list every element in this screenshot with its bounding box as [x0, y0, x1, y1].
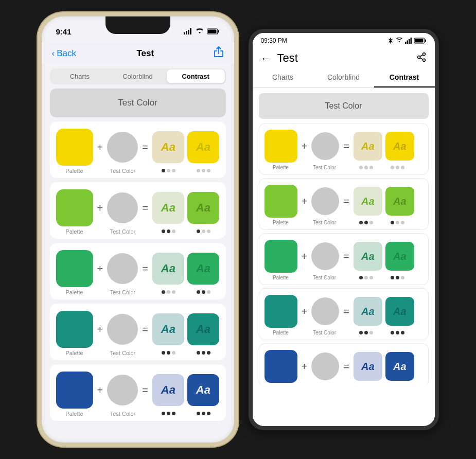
test-color-label: Test Color — [108, 289, 138, 295]
dot-indicator — [364, 221, 368, 224]
android-dots-1 — [352, 165, 381, 170]
svg-rect-0 — [184, 32, 185, 34]
dot-indicator — [162, 290, 165, 294]
android-partial-plus: + — [302, 361, 308, 373]
android-tab-colorblind[interactable]: Colorblind — [313, 67, 374, 87]
android-gray-circle — [311, 242, 339, 270]
android-aa-box-1: Aa — [354, 297, 382, 326]
android-equals-icon: = — [343, 251, 349, 262]
dot-indicator — [202, 351, 205, 355]
android-row-main: + = Aa Aa — [265, 240, 423, 273]
dot-indicator — [167, 230, 170, 233]
android-share-button[interactable] — [416, 52, 427, 65]
dot-indicator — [359, 166, 363, 169]
color-row-main: + = Aa Aa — [56, 311, 220, 348]
plus-icon: + — [97, 202, 103, 214]
dot-indicator — [396, 331, 399, 334]
color-rows-container: + = Aa Aa Palette Test Color — [42, 121, 234, 421]
dot-indicator — [359, 276, 363, 279]
android: 09:30 PM — [249, 29, 439, 430]
chevron-left-icon: ‹ — [52, 48, 55, 59]
android-row-main: + = Aa Aa — [265, 295, 423, 328]
android-color-swatch — [265, 240, 297, 273]
tab-colorblind[interactable]: Colorblind — [109, 69, 167, 83]
aa-box-2: Aa — [187, 253, 219, 285]
dot-indicator — [401, 166, 404, 169]
equals-icon: = — [142, 142, 148, 153]
dot-indicator — [359, 221, 363, 224]
android-aa-box-2: Aa — [385, 187, 414, 216]
android-palette-label: Palette — [265, 220, 297, 225]
dot-indicator — [197, 290, 200, 294]
color-row: + = Aa Aa Palette Test Color — [50, 364, 226, 421]
android-partial-aa-boxes: Aa Aa — [354, 352, 414, 381]
test-color-label: Test Color — [108, 411, 138, 417]
test-color-button[interactable]: Test Color — [50, 89, 226, 117]
aa-boxes: Aa Aa — [152, 192, 219, 224]
android-row-main: + = Aa Aa — [265, 130, 423, 163]
android-dots-2 — [383, 165, 412, 170]
iphone-content: ‹ Back Test Charts Colorblind Contrast T… — [42, 42, 234, 443]
aa-box-2: Aa — [187, 131, 219, 163]
aa-boxes: Aa Aa — [152, 131, 219, 163]
color-row-labels: Palette Test Color — [56, 166, 220, 174]
color-row-labels: Palette Test Color — [56, 226, 220, 235]
signal-icon — [184, 28, 192, 34]
android-aa-box-1: Aa — [354, 187, 382, 216]
equals-icon: = — [142, 263, 148, 275]
dot-indicator — [167, 412, 170, 415]
android-labels-row: Palette Test Color — [265, 275, 423, 280]
palette-label: Palette — [56, 228, 93, 235]
android-time: 09:30 PM — [261, 37, 287, 44]
dot-indicator — [162, 412, 165, 415]
svg-rect-13 — [415, 39, 423, 43]
test-color-label: Test Color — [108, 168, 138, 174]
color-swatch — [56, 372, 93, 409]
equals-icon: = — [142, 324, 148, 336]
dot-indicator — [172, 169, 175, 172]
dot-indicator — [167, 169, 170, 172]
dot-indicator — [207, 290, 210, 294]
tab-charts[interactable]: Charts — [51, 69, 109, 83]
android-dots-2 — [383, 220, 412, 225]
android-color-swatch — [265, 130, 297, 163]
dot-indicator — [167, 351, 170, 355]
android-color-row: + = Aa Aa Palette Test Color — [259, 123, 429, 175]
android-plus-icon: + — [302, 196, 308, 207]
svg-rect-9 — [409, 39, 410, 44]
dot-indicator — [364, 276, 368, 279]
android-test-color-button[interactable]: Test Color — [259, 93, 429, 119]
android-tab-bar: Charts Colorblind Contrast — [253, 67, 435, 88]
android-tab-charts[interactable]: Charts — [253, 67, 313, 87]
test-color-label: Test Color — [108, 350, 138, 356]
android-row-main: + = Aa Aa — [265, 185, 423, 218]
back-button[interactable]: ‹ Back — [52, 48, 76, 59]
android-tab-contrast[interactable]: Contrast — [374, 67, 435, 87]
palette-label: Palette — [56, 411, 93, 417]
svg-rect-7 — [405, 42, 407, 44]
android-labels-row: Palette Test Color — [265, 165, 423, 170]
plus-icon: + — [97, 324, 103, 336]
dot-indicator — [396, 166, 399, 169]
svg-rect-12 — [425, 40, 426, 42]
android-back-button[interactable]: ← — [261, 52, 271, 64]
dot-indicator — [207, 412, 210, 415]
dots-group-2 — [188, 350, 220, 356]
aa-box-2: Aa — [187, 313, 219, 345]
dots-group-1 — [153, 289, 185, 295]
color-swatch — [56, 129, 93, 166]
android-plus-icon: + — [302, 251, 308, 262]
iphone-notch — [105, 16, 170, 34]
dot-indicator — [172, 230, 175, 233]
android-gray-circle — [311, 132, 339, 160]
android-dots-2 — [383, 275, 412, 280]
android-equals-icon: = — [343, 140, 349, 152]
share-button[interactable] — [214, 46, 223, 60]
tab-contrast[interactable]: Contrast — [167, 69, 225, 83]
gray-circle — [107, 132, 138, 163]
plus-icon: + — [97, 384, 103, 396]
dots-group-2 — [188, 168, 220, 174]
color-row: + = Aa Aa Palette Test Color — [50, 182, 226, 239]
svg-rect-2 — [188, 30, 189, 34]
android-partial-swatch — [265, 350, 297, 383]
